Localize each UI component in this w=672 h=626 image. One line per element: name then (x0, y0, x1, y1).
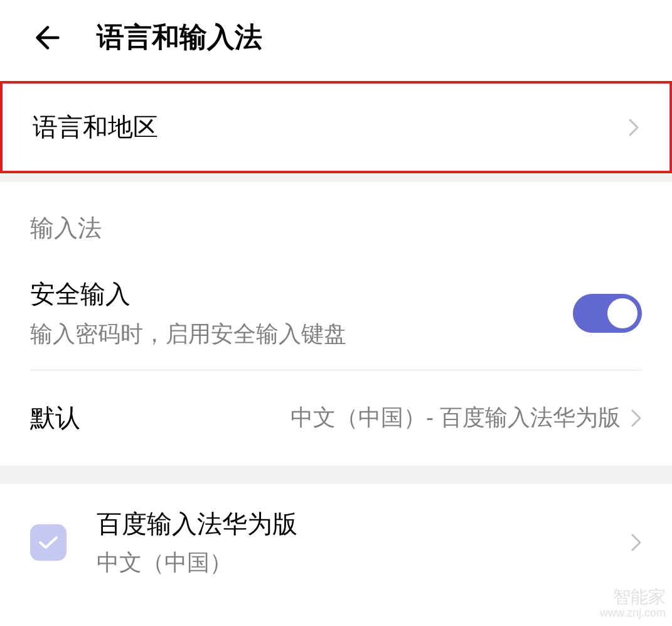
secure-input-toggle[interactable] (573, 294, 642, 333)
language-region-row[interactable]: 语言和地区 (3, 84, 669, 171)
watermark: 智能家 www.znj.com (600, 588, 666, 620)
secure-input-row: 安全输入 输入密码时，启用安全输入键盘 (0, 257, 672, 370)
header: 语言和输入法 (0, 0, 672, 81)
secure-input-subtitle: 输入密码时，启用安全输入键盘 (30, 319, 346, 350)
ime-section-header: 输入法 (0, 182, 672, 257)
secure-input-text: 安全输入 输入密码时，启用安全输入键盘 (30, 277, 346, 350)
ime-checkbox[interactable] (30, 524, 67, 561)
section-divider (0, 465, 672, 484)
secure-input-title: 安全输入 (30, 277, 346, 311)
highlighted-language-region: 语言和地区 (0, 81, 672, 173)
back-arrow-icon (30, 20, 65, 55)
watermark-main: 智能家 (613, 587, 666, 607)
watermark-sub: www.znj.com (600, 607, 666, 620)
ime-list-item[interactable]: 百度输入法华为版 中文（中国） (0, 484, 672, 601)
ime-section-label: 输入法 (30, 215, 102, 241)
toggle-thumb (607, 298, 637, 328)
default-ime-row[interactable]: 默认 中文（中国）- 百度输入法华为版 (0, 370, 672, 465)
language-region-label: 语言和地区 (33, 110, 158, 144)
ime-text-group: 百度输入法华为版 中文（中国） (97, 507, 600, 578)
chevron-right-icon (628, 118, 639, 137)
section-divider (0, 173, 672, 182)
back-button[interactable] (30, 20, 65, 55)
default-ime-label: 默认 (30, 401, 80, 435)
ime-item-title: 百度输入法华为版 (97, 507, 600, 541)
ime-item-subtitle: 中文（中国） (97, 548, 600, 578)
chevron-right-icon (631, 533, 642, 552)
default-ime-value-group: 中文（中国）- 百度输入法华为版 (291, 402, 642, 433)
chevron-right-icon (631, 409, 642, 428)
checkmark-icon (38, 535, 58, 550)
default-ime-value: 中文（中国）- 百度输入法华为版 (291, 402, 621, 433)
page-title: 语言和输入法 (97, 19, 262, 56)
